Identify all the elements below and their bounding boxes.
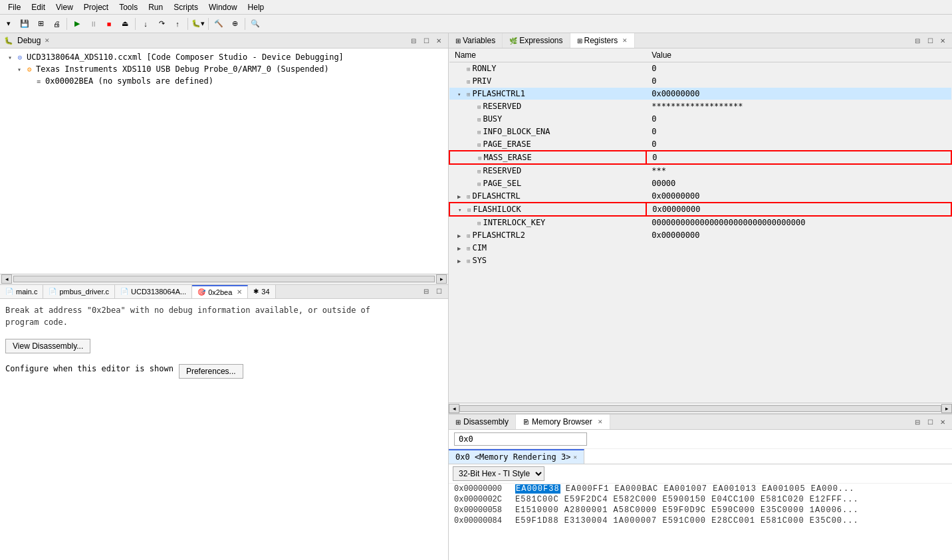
- tab-0x2bea-label: 0x2bea: [208, 288, 232, 296]
- memory-rendering-tab[interactable]: 0x0 <Memory Rendering 3> ✕: [449, 449, 584, 464]
- menu-help[interactable]: Help: [243, 1, 270, 13]
- tab-overflow[interactable]: ✱ 34: [248, 285, 275, 298]
- tab-main-c-label: main.c: [16, 288, 37, 296]
- toolbar-save[interactable]: 💾: [17, 17, 32, 31]
- tab-0x2bea[interactable]: 🎯 0x2bea ✕: [192, 285, 248, 298]
- mem-row-3[interactable]: 0x00000084 E59F1D88 E3130004 1A000007 E5…: [449, 515, 952, 526]
- registers-table: Name Value ⊞RONLY 0 ⊞PRIV 0: [449, 48, 952, 403]
- editor-minimize-btn[interactable]: ⊟: [421, 286, 431, 297]
- toolbar-step-over[interactable]: ↷: [154, 17, 169, 31]
- mem-row-1[interactable]: 0x0000002C E581C00C E59F2DC4 E582C000 E5…: [449, 494, 952, 505]
- vars-scroll-left[interactable]: ◂: [449, 404, 459, 413]
- editor-maximize-btn[interactable]: ☐: [433, 286, 444, 297]
- menu-tools[interactable]: Tools: [114, 1, 143, 13]
- table-row[interactable]: ⊞INFO_BLOCK_ENA 0: [449, 126, 951, 138]
- table-row[interactable]: ⊞MASS_ERASE 0: [449, 151, 951, 164]
- toolbar-new[interactable]: ▾: [1, 17, 16, 31]
- tab-main-c[interactable]: 📄 main.c: [0, 285, 43, 298]
- vars-maximize-btn[interactable]: ☐: [925, 35, 935, 46]
- table-row[interactable]: ⊞BUSY 0: [449, 113, 951, 126]
- memory-rendering-label: 0x0 <Memory Rendering 3>: [455, 452, 570, 462]
- vars-close-btn[interactable]: ✕: [937, 35, 948, 46]
- console-line-1: Break at address "0x2bea" with no debug …: [5, 304, 443, 316]
- table-row[interactable]: ▾⊞FLASHILOCK 0x00000000: [449, 203, 951, 216]
- menu-view[interactable]: View: [51, 1, 78, 13]
- memory-format-bar: 32-Bit Hex - TI Style: [449, 464, 952, 484]
- tab-disassembly[interactable]: ⊞ Disassembly: [449, 415, 516, 429]
- toolbar-disconnect[interactable]: ⏏: [118, 17, 132, 31]
- table-row[interactable]: ⊞PRIV 0: [449, 75, 951, 88]
- toolbar-suspend[interactable]: ⏸: [86, 17, 100, 31]
- toolbar-step-return[interactable]: ↑: [170, 17, 185, 31]
- tab-memory-browser-close[interactable]: ✕: [598, 419, 603, 425]
- tab-registers[interactable]: ⊞ Registers ✕: [570, 33, 636, 48]
- overflow-label: ✱: [253, 288, 259, 295]
- tree-item-thread[interactable]: ▾ ⚙ Texas Instruments XDS110 USB Debug P…: [0, 63, 448, 75]
- regs-icon: ⊞: [577, 37, 582, 45]
- toolbar-build-all[interactable]: ⊕: [227, 17, 242, 31]
- toolbar-resume[interactable]: ▶: [70, 17, 84, 31]
- table-row[interactable]: ▾⊞PFLASHCTRL1 0x00000000: [449, 88, 951, 100]
- debug-maximize-btn[interactable]: ☐: [421, 35, 431, 46]
- memory-format-select[interactable]: 32-Bit Hex - TI Style: [453, 466, 544, 481]
- toolbar-step-into[interactable]: ↓: [138, 17, 153, 31]
- memory-address-input[interactable]: [454, 432, 587, 446]
- scroll-track[interactable]: [13, 276, 435, 282]
- table-row[interactable]: ▶⊞DFLASHCTRL 0x00000000: [449, 190, 951, 203]
- scroll-right-btn[interactable]: ▸: [436, 274, 447, 284]
- memory-minimize-btn[interactable]: ⊟: [912, 417, 923, 427]
- debug-minimize-btn[interactable]: ⊟: [408, 35, 419, 46]
- table-row[interactable]: ⊞INTERLOCK_KEY 0000000000000000000000000…: [449, 216, 951, 229]
- table-row[interactable]: ⊞RONLY 0: [449, 62, 951, 75]
- stack-icon: ≡: [33, 76, 44, 86]
- table-row[interactable]: ▶⊞PFLASHCTRL2 0x00000000: [449, 229, 951, 242]
- menu-project[interactable]: Project: [78, 1, 114, 13]
- memory-maximize-btn[interactable]: ☐: [925, 417, 935, 427]
- menu-run[interactable]: Run: [143, 1, 168, 13]
- tab-main-c-icon: 📄: [5, 288, 13, 295]
- debug-close-btn[interactable]: ✕: [433, 35, 444, 46]
- console-panel: Break at address "0x2bea" with no debug …: [0, 299, 448, 561]
- memory-rendering-close[interactable]: ✕: [573, 454, 576, 460]
- vars-scroll-track[interactable]: [459, 405, 941, 412]
- tab-expressions[interactable]: 🌿 Expressions: [503, 33, 570, 48]
- toolbar-build[interactable]: 🔨: [211, 17, 226, 31]
- menu-edit[interactable]: Edit: [26, 1, 51, 13]
- mem-row-2[interactable]: 0x00000058 E1510000 A2800001 A58C0000 E5…: [449, 505, 952, 515]
- toolbar-debug-dropdown[interactable]: 🐛▾: [191, 17, 205, 31]
- tree-item-root[interactable]: ▾ ⊙ UCD3138064A_XDS110.ccxml [Code Compo…: [0, 51, 448, 63]
- mem-row-0[interactable]: 0x00000000 EA000F38 EA000FF1 EA000BAC EA…: [449, 484, 952, 494]
- menu-window[interactable]: Window: [203, 1, 243, 13]
- tab-variables-label: Variables: [463, 36, 495, 45]
- toolbar-stop[interactable]: ■: [102, 17, 116, 31]
- vars-minimize-btn[interactable]: ⊟: [912, 35, 923, 46]
- tab-overflow-count: 34: [261, 288, 269, 296]
- scroll-left-btn[interactable]: ◂: [1, 274, 12, 284]
- tab-0x2bea-close[interactable]: ✕: [237, 288, 242, 296]
- preferences-button[interactable]: Preferences...: [179, 364, 243, 379]
- memory-close-btn[interactable]: ✕: [937, 417, 948, 427]
- mem-addr-2: 0x00000058: [449, 506, 515, 515]
- table-row[interactable]: ⊞RESERVED *******************: [449, 100, 951, 113]
- menu-scripts[interactable]: Scripts: [168, 1, 203, 13]
- toolbar-print[interactable]: 🖨: [49, 17, 64, 31]
- menu-file[interactable]: File: [3, 1, 26, 13]
- debug-panel-header: 🐛 Debug ✕ ⊟ ☐ ✕: [0, 33, 448, 48]
- view-disassembly-button[interactable]: View Disassembly...: [5, 339, 90, 353]
- table-row[interactable]: ⊞RESERVED ***: [449, 164, 951, 177]
- tab-ucd[interactable]: 📄 UCD3138064A...: [115, 285, 192, 298]
- toolbar-save-all[interactable]: ⊞: [33, 17, 48, 31]
- toolbar-search[interactable]: 🔍: [248, 17, 263, 31]
- vars-scroll-right[interactable]: ▸: [941, 404, 952, 413]
- reg-icon: ⊞: [467, 193, 470, 200]
- tree-item-stack[interactable]: ≡ 0x00002BEA (no symbols are defined): [0, 75, 448, 87]
- table-row[interactable]: ▶⊞CIM: [449, 242, 951, 254]
- tab-pmbus[interactable]: 📄 pmbus_driver.c: [43, 285, 115, 298]
- tab-expressions-label: Expressions: [519, 36, 562, 45]
- table-row[interactable]: ⊞PAGE_SEL 00000: [449, 177, 951, 190]
- tab-variables[interactable]: ⊞ Variables: [449, 33, 503, 48]
- table-row[interactable]: ⊞PAGE_ERASE 0: [449, 138, 951, 151]
- tab-registers-close[interactable]: ✕: [622, 37, 628, 44]
- table-row[interactable]: ▶⊞SYS: [449, 254, 951, 267]
- tab-memory-browser[interactable]: 🖹 Memory Browser ✕: [516, 415, 610, 429]
